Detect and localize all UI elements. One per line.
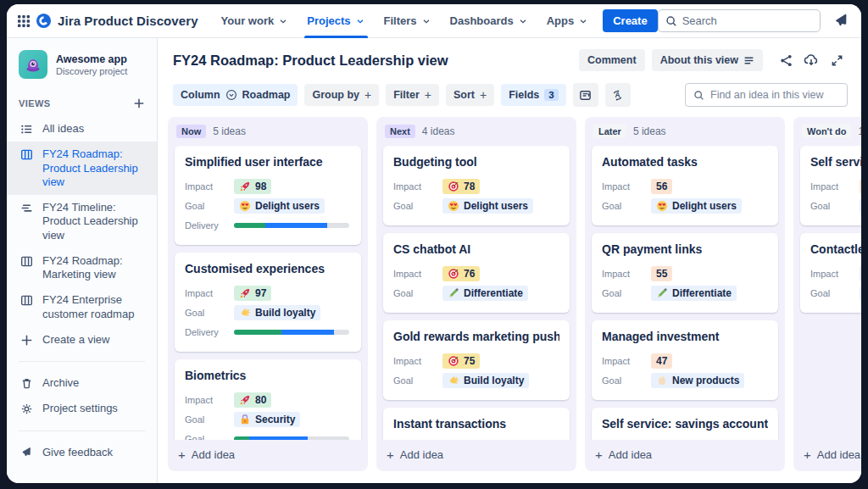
card-field-row: GoalBuild loyalty xyxy=(185,303,351,322)
search-input[interactable] xyxy=(682,14,813,27)
idea-card[interactable]: ContactlessImpact30Goal xyxy=(800,233,861,313)
chip-text: Differentiate xyxy=(464,287,523,299)
add-idea-button[interactable]: +Add idea xyxy=(168,440,368,471)
idea-card[interactable]: Budgeting toolImpact78GoalDelight users xyxy=(383,146,570,225)
view-item-label: Create a view xyxy=(42,333,109,347)
product-title: Jira Product Discovery xyxy=(58,14,198,28)
rocket-icon xyxy=(239,181,251,192)
fields-button[interactable]: Fields 3 xyxy=(501,84,566,106)
project-avatar-icon xyxy=(19,50,47,79)
create-button[interactable]: Create xyxy=(603,9,657,32)
idea-card[interactable]: Self service: savings accountsImpact46Go… xyxy=(592,408,778,440)
idea-card[interactable]: BiometricsImpact80GoalSecurityGoal xyxy=(175,359,361,440)
add-idea-button[interactable]: +Add idea xyxy=(376,440,576,471)
idea-card[interactable]: Gold rewards marketing pushImpact75GoalB… xyxy=(383,320,570,400)
idea-card[interactable]: Simplified user interfaceImpact98GoalDel… xyxy=(175,146,361,245)
about-view-button[interactable]: About this view xyxy=(652,49,763,71)
nav-item-projects[interactable]: Projects xyxy=(299,4,372,38)
sidebar-item-give-feedback[interactable]: Give feedback xyxy=(7,440,157,468)
sidebar-item-view-5[interactable]: Create a view xyxy=(7,327,157,353)
nav-item-filters[interactable]: Filters xyxy=(376,4,439,38)
sidebar-item-view-3[interactable]: FY24 Roadmap: Marketing view xyxy=(7,248,157,288)
export-cloud-icon[interactable] xyxy=(800,49,822,71)
group-by-button[interactable]: Group by+ xyxy=(304,84,379,106)
field-value-chip: Delight users xyxy=(234,198,325,214)
brand[interactable]: Jira Product Discovery xyxy=(36,13,198,29)
idea-card[interactable]: QR payment linksImpact55GoalDifferentiat… xyxy=(592,233,778,313)
plus-icon: + xyxy=(595,447,603,462)
column-header: Later5 ideas xyxy=(585,117,785,144)
field-label: Goal xyxy=(602,201,651,211)
field-label: Impact xyxy=(393,181,442,192)
sidebar-item-project-settings[interactable]: Project settings xyxy=(7,396,157,421)
field-label: Goal xyxy=(185,434,234,441)
card-field-row: Delivery xyxy=(185,215,351,235)
global-search[interactable] xyxy=(658,9,821,32)
field-value-chip: 36 xyxy=(860,179,861,194)
field-value-chip: 56 xyxy=(651,179,672,194)
idea-card[interactable]: Instant transactionsImpact70GoalDelight … xyxy=(383,408,570,440)
column-config-button[interactable]: Column Roadmap xyxy=(173,84,298,106)
sidebar-item-view-1[interactable]: FY24 Roadmap: Product Leadership view xyxy=(7,142,157,195)
field-label: Impact xyxy=(602,181,651,192)
comment-button[interactable]: Comment xyxy=(579,49,645,71)
add-idea-button[interactable]: +Add idea xyxy=(793,440,861,471)
card-field-row: GoalDifferentiate xyxy=(810,196,861,215)
find-idea-input[interactable] xyxy=(710,89,839,101)
card-title: CS chatbot AI xyxy=(393,242,559,256)
card-field-row: Impact80 xyxy=(185,390,351,409)
column-header: Now5 ideas xyxy=(168,117,368,144)
project-header[interactable]: Awesome app Discovery project xyxy=(7,50,157,82)
card-field-row: Impact78 xyxy=(393,176,559,196)
field-value-chip xyxy=(860,286,861,301)
heart-eyes-icon xyxy=(448,200,459,212)
chip-text: Build loyalty xyxy=(255,307,315,319)
fullscreen-icon[interactable] xyxy=(826,49,848,71)
idea-card[interactable]: Customised experiencesImpact97GoalBuild … xyxy=(175,253,361,352)
sidebar-item-archive[interactable]: Archive xyxy=(7,370,157,396)
sidebar-item-view-2[interactable]: FY24 Timeline: Product Leadership view xyxy=(7,195,157,248)
card-title: Self service: xyxy=(810,155,861,169)
card-title: Gold rewards marketing push xyxy=(393,330,559,343)
share-icon[interactable] xyxy=(775,49,797,71)
project-meta: Awesome app Discovery project xyxy=(56,53,127,76)
sort-button[interactable]: Sort+ xyxy=(446,84,494,106)
chevron-down-icon xyxy=(278,16,288,26)
board-icon xyxy=(20,148,34,161)
field-label: Goal xyxy=(393,375,442,386)
card-field-row: Impact75 xyxy=(393,351,559,370)
about-view-label: About this view xyxy=(660,54,738,66)
field-value-chip: New products xyxy=(651,373,744,388)
find-idea-search[interactable] xyxy=(685,83,848,107)
sidebar-item-view-4[interactable]: FY24 Enterprise customer roadmap xyxy=(7,287,157,327)
nav-item-your-work[interactable]: Your work xyxy=(214,4,297,38)
add-idea-button[interactable]: +Add idea xyxy=(585,440,785,471)
idea-card[interactable]: Automated tasksImpact56GoalDelight users xyxy=(592,146,778,225)
idea-card[interactable]: Self service:Impact36GoalDifferentiate xyxy=(800,146,861,225)
app-switcher-icon[interactable] xyxy=(17,9,31,33)
card-size-icon[interactable] xyxy=(573,83,598,107)
board-icon xyxy=(20,294,34,307)
nav-item-apps[interactable]: Apps xyxy=(539,4,597,38)
nav-item-label: Projects xyxy=(307,14,350,27)
chevron-down-icon xyxy=(355,16,365,26)
nav-item-dashboards[interactable]: Dashboards xyxy=(442,4,536,38)
card-field-row: Impact47 xyxy=(602,351,768,370)
add-view-icon[interactable] xyxy=(133,97,145,109)
card-field-row: GoalDelight users xyxy=(185,196,351,215)
field-value-chip: 30 xyxy=(860,266,861,281)
card-field-row: Impact56 xyxy=(602,176,768,196)
lock-icon xyxy=(239,414,251,425)
chip-text: 78 xyxy=(464,181,475,192)
announcements-icon[interactable] xyxy=(831,10,853,32)
filter-button[interactable]: Filter+ xyxy=(386,84,439,106)
main-panel: FY24 Roadmap: Product Leadership view Co… xyxy=(158,38,861,483)
svg-text:A: A xyxy=(615,91,620,99)
sidebar-item-view-0[interactable]: All ideas xyxy=(7,116,157,142)
top-navigation: Jira Product Discovery Your workProjects… xyxy=(7,4,861,38)
idea-card[interactable]: CS chatbot AIImpact76GoalDifferentiate xyxy=(383,233,570,313)
auto-format-icon[interactable]: A xyxy=(605,83,631,107)
view-item-label: FY24 Enterprise customer roadmap xyxy=(42,293,148,321)
jira-logo-icon xyxy=(36,13,52,29)
idea-card[interactable]: Managed investmentImpact47GoalNew produc… xyxy=(592,320,778,400)
